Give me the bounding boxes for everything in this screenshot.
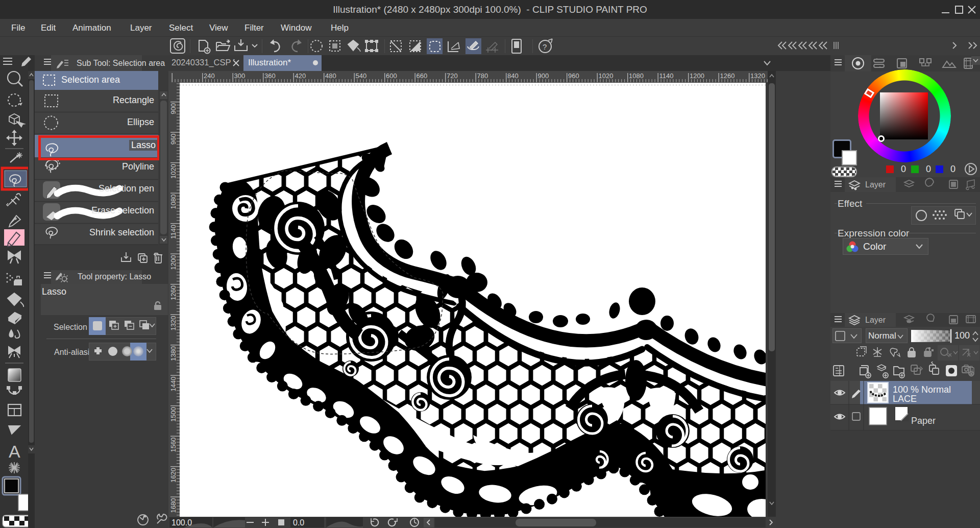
svg-text:1560: 1560 [169,438,177,452]
svg-text:420: 420 [295,72,306,80]
svg-text:1080: 1080 [169,195,177,209]
svg-text:1140: 1140 [659,72,674,80]
svg-text:1260: 1260 [169,285,177,300]
svg-text:1320: 1320 [169,316,177,331]
svg-text:1320: 1320 [750,72,765,80]
svg-text:840: 840 [507,72,519,80]
svg-text:1440: 1440 [169,377,177,392]
svg-text:540: 540 [356,72,367,80]
svg-text:300: 300 [234,72,246,80]
svg-text:660: 660 [416,72,428,80]
svg-text:1200: 1200 [690,72,704,80]
svg-text:1020: 1020 [169,164,177,179]
svg-text:600: 600 [386,72,397,80]
svg-text:1140: 1140 [169,225,177,239]
svg-text:1200: 1200 [169,255,177,270]
svg-text:1260: 1260 [720,72,735,80]
svg-text:360: 360 [264,72,276,80]
svg-text:1620: 1620 [169,468,177,483]
svg-text:1080: 1080 [629,72,644,80]
svg-text:A: A [9,442,20,461]
svg-text:1380: 1380 [169,346,177,361]
svg-text:240: 240 [204,72,215,80]
svg-text:900: 900 [538,72,549,80]
svg-text:0.0: 0.0 [293,518,304,527]
svg-text:1680: 1680 [169,498,177,513]
svg-text:1020: 1020 [599,72,614,80]
svg-text:480: 480 [325,72,336,80]
svg-text:960: 960 [568,72,579,80]
svg-text:960: 960 [169,134,177,145]
svg-text:?: ? [543,42,547,51]
svg-text:1500: 1500 [169,407,177,422]
svg-text:900: 900 [169,103,177,114]
svg-text:100.0: 100.0 [172,518,192,527]
svg-text:720: 720 [447,72,458,80]
svg-text:780: 780 [477,72,488,80]
